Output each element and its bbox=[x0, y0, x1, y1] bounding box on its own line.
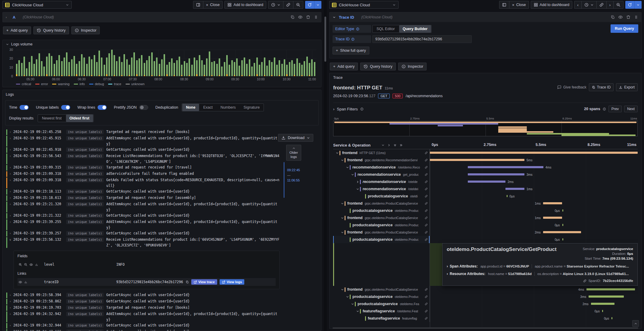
dedup-option-numbers[interactable]: Numbers bbox=[217, 104, 239, 111]
span-timeline-cell[interactable]: 0μs bbox=[430, 221, 638, 229]
filter-out-value-icon[interactable] bbox=[24, 263, 27, 266]
span-row[interactable]: frontendHTTP GET (11ms) bbox=[333, 149, 638, 156]
sql-editor-tab[interactable]: SQL Editor bbox=[373, 25, 399, 32]
chevron-down-icon[interactable] bbox=[340, 202, 344, 205]
span-name-cell[interactable]: recommendationservice/oteldei bbox=[333, 185, 430, 193]
refresh-interval-caret[interactable] bbox=[314, 1, 321, 9]
log-row[interactable]: ›2024-02-19 09:22:45.915(no unique label… bbox=[6, 135, 280, 147]
link-icon[interactable] bbox=[424, 173, 430, 176]
eye-icon[interactable] bbox=[19, 280, 22, 284]
span-name-cell[interactable]: productcatalogserviceoteldi bbox=[333, 193, 430, 200]
export-button[interactable]: Export bbox=[616, 83, 638, 91]
copy-icon[interactable] bbox=[186, 280, 189, 284]
chevron-down-icon[interactable] bbox=[350, 173, 355, 176]
span-row[interactable]: productcatalogserviceoteldemo.Produc0μs bbox=[333, 236, 638, 243]
filter-for-value-icon[interactable] bbox=[19, 263, 22, 266]
datasource-picker[interactable]: ClickHouse Cloud bbox=[2, 1, 72, 9]
collapse-panel-icon[interactable] bbox=[6, 43, 9, 46]
chevron-down-icon[interactable] bbox=[355, 187, 360, 191]
log-row[interactable]: ›2024-02-19 09:23:09.318(no unique label… bbox=[6, 177, 280, 189]
log-expand-chevron[interactable]: › bbox=[9, 171, 13, 177]
span-timeline-cell[interactable] bbox=[430, 149, 638, 156]
span-timeline-cell[interactable]: 1ms bbox=[430, 200, 638, 207]
drag-handle-icon[interactable] bbox=[634, 15, 638, 19]
link-icon[interactable] bbox=[424, 288, 430, 291]
log-row[interactable]: ›2024-02-19 09:23:58.394(no unique label… bbox=[6, 292, 280, 299]
prettify-json-toggle[interactable] bbox=[139, 105, 148, 110]
hide-query-icon[interactable] bbox=[618, 15, 623, 19]
span-row[interactable]: recommendationservice/oteldemo.Reco4ms bbox=[333, 164, 638, 171]
chevron-down-icon[interactable] bbox=[340, 216, 344, 220]
legend-item[interactable]: warning bbox=[52, 82, 70, 86]
chevron-down-icon[interactable] bbox=[340, 159, 344, 162]
resource-attributes-row[interactable]: ›Resource Attributes: host.name = 51d798… bbox=[447, 272, 633, 276]
stats-icon[interactable] bbox=[24, 280, 27, 284]
zoom-out-button[interactable] bbox=[614, 1, 623, 8]
span-row[interactable]: frontendgrpc.oteldemo.RecommendationServ… bbox=[333, 156, 638, 164]
query-ref[interactable]: Trace ID bbox=[339, 15, 354, 20]
chevron-down-icon[interactable] bbox=[340, 231, 344, 234]
copy-query-icon[interactable] bbox=[290, 15, 295, 19]
log-row[interactable]: ›2024-02-19 09:24:19.703(no unique label… bbox=[6, 305, 280, 311]
log-row[interactable]: ›2024-02-19 09:23:58.862(no unique label… bbox=[6, 299, 280, 305]
link-icon[interactable] bbox=[424, 209, 430, 212]
dedup-option-exact[interactable]: Exact bbox=[200, 104, 216, 111]
log-row[interactable]: ›2024-02-19 09:23:21.322(no unique label… bbox=[6, 213, 280, 219]
link-icon[interactable] bbox=[424, 187, 430, 190]
refresh-interval-caret[interactable] bbox=[634, 1, 642, 9]
span-timeline-cell[interactable]: 2ms bbox=[430, 229, 638, 236]
link-icon[interactable] bbox=[424, 216, 430, 219]
hide-query-icon[interactable] bbox=[298, 15, 302, 19]
query-history-button[interactable]: Query history bbox=[360, 63, 395, 70]
link-icon[interactable] bbox=[424, 166, 430, 169]
link-icon[interactable] bbox=[424, 151, 430, 154]
link-icon[interactable] bbox=[424, 159, 430, 162]
download-button[interactable]: Download bbox=[278, 134, 313, 142]
log-row[interactable]: ∨2024-02-19 09:23:56.132(no unique label… bbox=[6, 237, 280, 248]
chevron-down-icon[interactable] bbox=[355, 310, 360, 313]
log-row[interactable]: ›2024-02-19 09:24:32.942(no unique label… bbox=[6, 311, 280, 323]
log-expand-chevron[interactable]: ∨ bbox=[9, 237, 13, 243]
split-pane-button[interactable] bbox=[499, 1, 509, 8]
span-name-cell[interactable]: frontendgrpc.oteldemo.ProductCatalogServ… bbox=[333, 229, 430, 236]
pane-resize-divider[interactable] bbox=[324, 0, 327, 331]
log-expand-chevron[interactable]: › bbox=[9, 305, 13, 311]
span-timeline-cell[interactable]: 4ms bbox=[430, 286, 638, 293]
span-timeline-cell[interactable]: 4ms bbox=[430, 164, 638, 171]
log-row[interactable]: ›2024-02-19 09:23:09.315(no unique label… bbox=[6, 165, 280, 171]
link-icon[interactable] bbox=[424, 224, 430, 227]
log-row[interactable]: ›2024-02-19 09:23:09.318(no unique label… bbox=[6, 171, 280, 177]
log-expand-chevron[interactable]: › bbox=[9, 153, 13, 159]
log-expand-chevron[interactable]: › bbox=[9, 177, 13, 183]
zoom-out-button[interactable] bbox=[293, 1, 303, 8]
span-timeline-cell[interactable]: 3ms bbox=[430, 171, 638, 178]
log-row[interactable]: ›2024-02-19 09:23:18.113(no unique label… bbox=[6, 189, 280, 195]
wrap-lines-toggle[interactable] bbox=[98, 105, 107, 110]
log-expand-chevron[interactable]: › bbox=[9, 189, 13, 194]
log-expand-chevron[interactable]: › bbox=[9, 329, 13, 331]
share-link-button[interactable] bbox=[597, 1, 607, 8]
copy-query-icon[interactable] bbox=[611, 15, 615, 19]
span-name-cell[interactable]: recommendationserviceget_produc bbox=[333, 171, 430, 178]
span-name-cell[interactable]: recommendationservice/oteldemo.Reco bbox=[333, 164, 430, 171]
log-expand-chevron[interactable]: › bbox=[9, 195, 13, 201]
span-timeline-cell[interactable]: 0μs bbox=[430, 308, 638, 315]
log-expand-chevron[interactable]: › bbox=[9, 323, 13, 328]
unique-labels-toggle[interactable] bbox=[61, 105, 70, 110]
log-row[interactable]: ›2024-02-19 09:22:45.918(no unique label… bbox=[6, 147, 280, 153]
span-timeline-cell[interactable]: 1ms bbox=[430, 185, 638, 193]
minimap-strip[interactable] bbox=[333, 121, 638, 136]
legend-item[interactable]: critical bbox=[16, 82, 31, 86]
span-row[interactable]: productcatalogserviceoteldemo.Produc0μs bbox=[333, 221, 638, 229]
time-shift-forward-button[interactable]: › bbox=[607, 1, 614, 8]
span-timeline-cell[interactable]: 0μs bbox=[430, 207, 638, 214]
log-expand-chevron[interactable]: › bbox=[9, 147, 13, 153]
span-timeline-cell[interactable]: 3ms bbox=[430, 293, 638, 300]
span-name-cell[interactable]: productcatalogserviceoteldemo.Produc bbox=[333, 207, 430, 214]
span-name-cell[interactable]: frontendHTTP GET (11ms) bbox=[333, 149, 430, 156]
view-logs-button[interactable]: View logs bbox=[220, 279, 245, 285]
run-query-button[interactable]: Run Query bbox=[611, 24, 638, 33]
log-expand-chevron[interactable]: › bbox=[9, 165, 13, 170]
link-icon[interactable] bbox=[424, 310, 430, 313]
logs-volume-plot[interactable] bbox=[16, 50, 316, 76]
